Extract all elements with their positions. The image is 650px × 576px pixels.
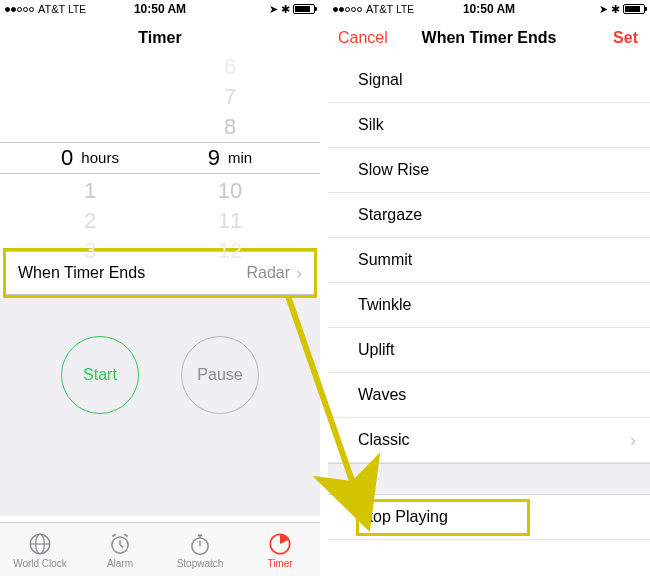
status-time: 10:50 AM (134, 2, 186, 16)
network-label: LTE (396, 4, 414, 15)
hours-unit: hours (81, 142, 119, 174)
bluetooth-icon: ✱ (281, 3, 290, 16)
nav-bar: Cancel When Timer Ends Set (328, 18, 650, 58)
location-icon: ➤ (599, 3, 608, 16)
when-timer-ends-value: Radar (246, 264, 290, 282)
signal-dots-icon (333, 7, 362, 12)
cancel-button[interactable]: Cancel (338, 29, 388, 47)
signal-dots-icon (5, 7, 34, 12)
stopwatch-icon (187, 531, 213, 557)
phone-timer: AT&T LTE 10:50 AM ➤ ✱ Timer 0 (0, 0, 320, 576)
sound-option[interactable]: Uplift (328, 328, 650, 373)
classic-option[interactable]: Classic › (328, 418, 650, 463)
hours-value: 0 (61, 142, 73, 174)
carrier-label: AT&T (366, 3, 393, 15)
sound-list[interactable]: Signal Silk Slow Rise Stargaze Summit Tw… (328, 58, 650, 463)
svg-line-7 (124, 534, 127, 536)
stop-playing-option[interactable]: Stop Playing (328, 495, 650, 540)
network-label: LTE (68, 4, 86, 15)
sound-option[interactable]: Summit (328, 238, 650, 283)
svg-point-8 (192, 538, 208, 554)
tab-alarm[interactable]: Alarm (80, 523, 160, 576)
status-bar: AT&T LTE 10:50 AM ➤ ✱ (0, 0, 320, 18)
tab-world-clock[interactable]: World Clock (0, 523, 80, 576)
globe-icon (27, 531, 53, 557)
battery-icon (293, 4, 315, 14)
status-time: 10:50 AM (463, 2, 515, 16)
when-timer-ends-label: When Timer Ends (18, 264, 246, 282)
location-icon: ➤ (269, 3, 278, 16)
svg-line-5 (120, 545, 123, 547)
page-title: When Timer Ends (422, 29, 557, 47)
phone-sound-picker: AT&T LTE 10:50 AM ➤ ✱ Cancel When Timer … (328, 0, 650, 576)
sound-option[interactable]: Silk (328, 103, 650, 148)
list-spacer (328, 463, 650, 495)
set-button[interactable]: Set (613, 29, 638, 47)
sound-option[interactable]: Slow Rise (328, 148, 650, 193)
stop-playing-section: Stop Playing (328, 495, 650, 540)
minutes-value: 9 (208, 142, 220, 174)
svg-line-6 (112, 534, 115, 536)
battery-icon (623, 4, 645, 14)
alarm-icon (107, 531, 133, 557)
hours-column[interactable]: 0 hours 1 2 3 (20, 58, 160, 248)
timer-icon (267, 531, 293, 557)
status-bar: AT&T LTE 10:50 AM ➤ ✱ (328, 0, 650, 18)
tab-bar: World Clock Alarm Stopwatch Timer (0, 522, 320, 576)
duration-picker[interactable]: 0 hours 1 2 3 6 7 8 9 min (0, 58, 320, 248)
controls-area: Start Pause (0, 298, 320, 516)
canvas: AT&T LTE 10:50 AM ➤ ✱ Timer 0 (0, 0, 650, 576)
page-title: Timer (138, 29, 181, 47)
tab-timer[interactable]: Timer (240, 523, 320, 576)
sound-option[interactable]: Twinkle (328, 283, 650, 328)
sound-option[interactable]: Signal (328, 58, 650, 103)
minutes-column[interactable]: 6 7 8 9 min 10 11 12 (160, 58, 300, 248)
sound-option[interactable]: Waves (328, 373, 650, 418)
start-button[interactable]: Start (61, 336, 139, 414)
bluetooth-icon: ✱ (611, 3, 620, 16)
carrier-label: AT&T (38, 3, 65, 15)
chevron-right-icon: › (630, 430, 636, 451)
sound-option[interactable]: Stargaze (328, 193, 650, 238)
minutes-unit: min (228, 142, 252, 174)
pause-button[interactable]: Pause (181, 336, 259, 414)
tab-stopwatch[interactable]: Stopwatch (160, 523, 240, 576)
